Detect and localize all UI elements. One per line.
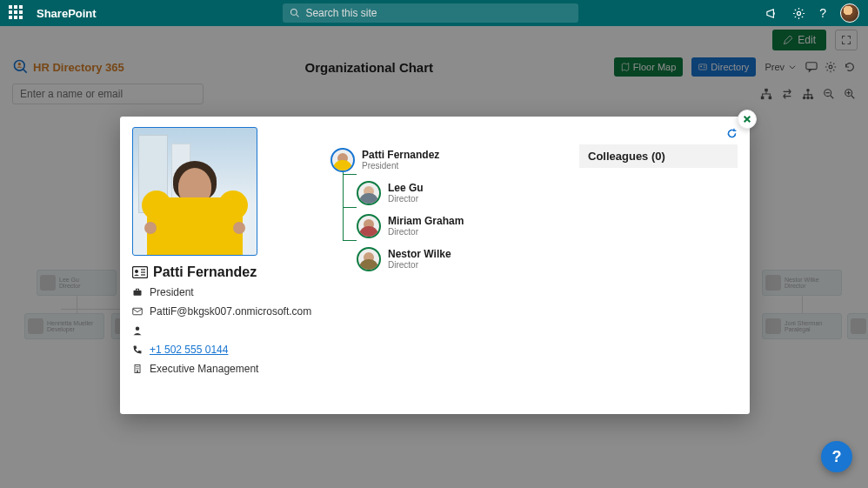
profile-email[interactable]: PattiF@bkgsk007.onmicrosoft.com — [150, 305, 311, 318]
report-name: Miriam Graham — [388, 216, 464, 227]
svg-point-34 — [136, 327, 140, 331]
svg-rect-40 — [137, 371, 138, 373]
briefcase-icon — [132, 287, 143, 297]
profile-phone[interactable]: +1 502 555 0144 — [150, 344, 228, 356]
report-name: Lee Gu — [388, 183, 424, 194]
svg-rect-38 — [137, 368, 137, 369]
id-card-icon — [132, 266, 148, 278]
svg-rect-33 — [133, 308, 143, 315]
profile-photo — [132, 127, 257, 256]
help-fab[interactable]: ? — [821, 441, 852, 472]
svg-rect-36 — [137, 366, 137, 367]
search-icon — [290, 8, 300, 18]
colleagues-header: Colleagues (0) — [579, 144, 738, 168]
sync-icon[interactable] — [726, 128, 738, 139]
root-role: President — [362, 161, 439, 170]
report-role: Director — [388, 260, 451, 270]
report-role: Director — [388, 194, 424, 204]
close-icon — [743, 115, 751, 124]
suite-bar: SharePoint Search this site ? — [0, 0, 868, 26]
envelope-icon — [132, 306, 143, 317]
report-role: Director — [388, 227, 464, 237]
profile-department: Executive Management — [150, 363, 258, 375]
svg-line-1 — [297, 15, 299, 17]
user-avatar[interactable] — [840, 3, 859, 23]
app-launcher-icon[interactable] — [9, 5, 24, 21]
close-button[interactable] — [738, 110, 757, 129]
search-input[interactable]: Search this site — [283, 3, 578, 23]
svg-point-2 — [798, 11, 801, 15]
profile-panel: Patti Fernandez President PattiF@bkgsk00… — [132, 127, 315, 404]
report-name: Nestor Wilke — [388, 249, 451, 260]
profile-name: Patti Fernandez — [153, 264, 257, 280]
search-placeholder: Search this site — [305, 7, 377, 19]
suite-brand[interactable]: SharePoint — [37, 7, 97, 20]
megaphone-icon[interactable] — [765, 7, 778, 20]
gear-icon[interactable] — [792, 7, 805, 20]
svg-rect-39 — [137, 368, 138, 369]
colleagues-panel: Colleagues (0) — [579, 127, 738, 404]
building-icon — [132, 364, 143, 374]
svg-point-27 — [135, 270, 138, 273]
phone-icon — [132, 344, 143, 355]
hierarchy-panel: Patti FernandezPresident Lee GuDirectorM… — [331, 127, 564, 404]
person-icon — [132, 325, 143, 336]
hierarchy-report[interactable]: Lee GuDirector — [357, 181, 564, 205]
hierarchy-root[interactable]: Patti FernandezPresident — [331, 148, 564, 172]
hierarchy-report[interactable]: Miriam GrahamDirector — [357, 214, 564, 238]
help-icon[interactable]: ? — [819, 6, 826, 20]
profile-title: President — [150, 286, 194, 298]
hierarchy-report[interactable]: Nestor WilkeDirector — [357, 247, 564, 271]
profile-modal: Patti Fernandez President PattiF@bkgsk00… — [120, 117, 750, 414]
svg-rect-37 — [137, 366, 138, 367]
svg-point-0 — [291, 10, 297, 16]
svg-rect-32 — [137, 289, 139, 291]
root-name: Patti Fernandez — [362, 150, 439, 161]
